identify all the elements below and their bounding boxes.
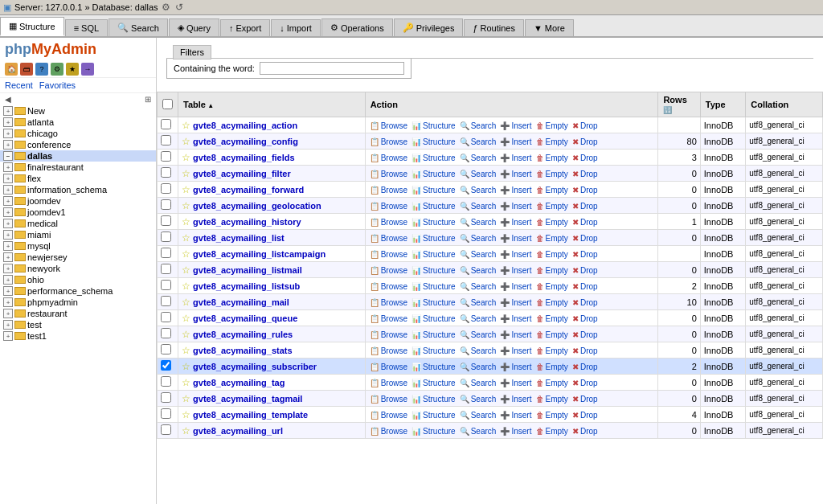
empty-btn[interactable]: 🗑 Empty	[535, 218, 569, 227]
filters-tab[interactable]: Filters	[173, 45, 211, 59]
structure-btn[interactable]: 📊 Structure	[411, 314, 457, 323]
drop-btn[interactable]: ✖ Drop	[571, 379, 599, 387]
drop-btn[interactable]: ✖ Drop	[571, 363, 599, 371]
tab-search[interactable]: 🔍 Search	[109, 18, 168, 36]
table-name-link[interactable]: gvte8_acymailing_url	[193, 426, 283, 436]
insert-btn[interactable]: ➕ Insert	[499, 282, 532, 291]
drop-btn[interactable]: ✖ Drop	[571, 266, 599, 275]
table-name-link[interactable]: gvte8_acymailing_tag	[193, 378, 285, 387]
browse-btn[interactable]: 📋 Browse	[369, 186, 408, 195]
insert-btn[interactable]: ➕ Insert	[499, 298, 532, 307]
browse-btn[interactable]: 📋 Browse	[369, 218, 408, 227]
row-checkbox[interactable]	[161, 392, 171, 403]
row-checkbox[interactable]	[161, 280, 171, 290]
table-name-link[interactable]: gvte8_acymailing_listsub	[193, 281, 300, 291]
sidebar-item-joomdev1[interactable]: + joomdev1	[0, 207, 156, 218]
table-name-link[interactable]: gvte8_acymailing_template	[193, 410, 308, 420]
empty-btn[interactable]: 🗑 Empty	[535, 282, 569, 291]
search-btn[interactable]: 🔍 Search	[459, 170, 497, 178]
drop-btn[interactable]: ✖ Drop	[571, 427, 599, 436]
pin-icon[interactable]: ⊞	[145, 95, 151, 104]
browse-btn[interactable]: 📋 Browse	[369, 234, 408, 243]
browse-btn[interactable]: 📋 Browse	[369, 411, 408, 420]
search-btn[interactable]: 🔍 Search	[459, 314, 497, 323]
search-btn[interactable]: 🔍 Search	[459, 379, 497, 387]
table-name-link[interactable]: gvte8_acymailing_history	[193, 217, 301, 227]
browse-btn[interactable]: 📋 Browse	[369, 170, 408, 178]
insert-btn[interactable]: ➕ Insert	[499, 170, 532, 178]
sidebar-item-dallas[interactable]: − dallas	[0, 150, 156, 162]
search-btn[interactable]: 🔍 Search	[459, 427, 497, 436]
collapse-icon[interactable]: ◀	[5, 95, 11, 104]
row-checkbox[interactable]	[161, 215, 171, 226]
drop-btn[interactable]: ✖ Drop	[571, 411, 599, 420]
structure-btn[interactable]: 📊 Structure	[411, 170, 457, 178]
search-btn[interactable]: 🔍 Search	[459, 395, 497, 404]
tab-sql[interactable]: ≡ SQL	[65, 19, 108, 36]
structure-btn[interactable]: 📊 Structure	[411, 330, 457, 339]
table-name-header[interactable]: Table	[178, 92, 366, 117]
empty-btn[interactable]: 🗑 Empty	[535, 363, 569, 371]
favorite-star-icon[interactable]: ☆	[182, 248, 190, 260]
favorite-star-icon[interactable]: ☆	[182, 264, 190, 276]
empty-btn[interactable]: 🗑 Empty	[535, 314, 569, 323]
favorite-star-icon[interactable]: ☆	[182, 297, 190, 308]
favorite-star-icon[interactable]: ☆	[182, 313, 190, 324]
sidebar-item-joomdev[interactable]: + joomdev	[0, 195, 156, 207]
table-name-link[interactable]: gvte8_acymailing_listcampaign	[193, 249, 326, 259]
sidebar-item-test[interactable]: + test	[0, 319, 156, 330]
sidebar-item-phpmyadmin[interactable]: + phpmyadmin	[0, 297, 156, 308]
empty-btn[interactable]: 🗑 Empty	[535, 137, 569, 146]
drop-btn[interactable]: ✖ Drop	[571, 154, 599, 162]
sidebar-item-finalrestaurant[interactable]: + finalrestaurant	[0, 162, 156, 173]
browse-btn[interactable]: 📋 Browse	[369, 137, 408, 146]
row-checkbox[interactable]	[161, 232, 171, 242]
favorite-star-icon[interactable]: ☆	[182, 361, 190, 372]
browse-btn[interactable]: 📋 Browse	[369, 298, 408, 307]
tab-import[interactable]: ↓ Import	[271, 19, 321, 36]
favorite-star-icon[interactable]: ☆	[182, 120, 190, 131]
structure-btn[interactable]: 📊 Structure	[411, 137, 457, 146]
sidebar-item-information_schema[interactable]: + information_schema	[0, 184, 156, 195]
sidebar-item-flex[interactable]: + flex	[0, 173, 156, 184]
settings-icon[interactable]: ⚙	[51, 63, 63, 76]
row-checkbox[interactable]	[161, 328, 171, 338]
favorite-star-icon[interactable]: ☆	[182, 216, 190, 227]
browse-btn[interactable]: 📋 Browse	[369, 346, 408, 355]
row-checkbox[interactable]	[161, 312, 171, 322]
structure-btn[interactable]: 📊 Structure	[411, 154, 457, 162]
structure-btn[interactable]: 📊 Structure	[411, 218, 457, 227]
search-btn[interactable]: 🔍 Search	[459, 121, 497, 130]
row-checkbox[interactable]	[161, 248, 171, 258]
table-name-link[interactable]: gvte8_acymailing_list	[193, 233, 285, 243]
insert-btn[interactable]: ➕ Insert	[499, 250, 532, 259]
structure-btn[interactable]: 📊 Structure	[411, 202, 457, 211]
filter-input[interactable]	[260, 62, 404, 75]
insert-btn[interactable]: ➕ Insert	[499, 314, 532, 323]
structure-btn[interactable]: 📊 Structure	[411, 427, 457, 436]
empty-btn[interactable]: 🗑 Empty	[535, 121, 569, 130]
search-btn[interactable]: 🔍 Search	[459, 282, 497, 291]
browse-btn[interactable]: 📋 Browse	[369, 314, 408, 323]
recent-link[interactable]: Recent	[5, 80, 33, 90]
sidebar-item-chicago[interactable]: + chicago	[0, 128, 156, 139]
table-name-link[interactable]: gvte8_acymailing_mail	[193, 297, 289, 307]
insert-btn[interactable]: ➕ Insert	[499, 137, 532, 146]
drop-btn[interactable]: ✖ Drop	[571, 218, 599, 227]
insert-btn[interactable]: ➕ Insert	[499, 234, 532, 243]
search-btn[interactable]: 🔍 Search	[459, 298, 497, 307]
table-name-link[interactable]: gvte8_acymailing_queue	[193, 313, 297, 323]
table-name-link[interactable]: gvte8_acymailing_filter	[193, 169, 291, 178]
row-checkbox[interactable]	[161, 264, 171, 274]
search-btn[interactable]: 🔍 Search	[459, 266, 497, 275]
browse-btn[interactable]: 📋 Browse	[369, 427, 408, 436]
empty-btn[interactable]: 🗑 Empty	[535, 202, 569, 211]
refresh-icon[interactable]: ↺	[175, 2, 183, 13]
drop-btn[interactable]: ✖ Drop	[571, 202, 599, 211]
sidebar-item-New[interactable]: + New	[0, 105, 156, 117]
structure-btn[interactable]: 📊 Structure	[411, 266, 457, 275]
structure-btn[interactable]: 📊 Structure	[411, 363, 457, 371]
empty-btn[interactable]: 🗑 Empty	[535, 379, 569, 387]
table-name-link[interactable]: gvte8_acymailing_tagmail	[193, 394, 302, 404]
empty-btn[interactable]: 🗑 Empty	[535, 154, 569, 162]
